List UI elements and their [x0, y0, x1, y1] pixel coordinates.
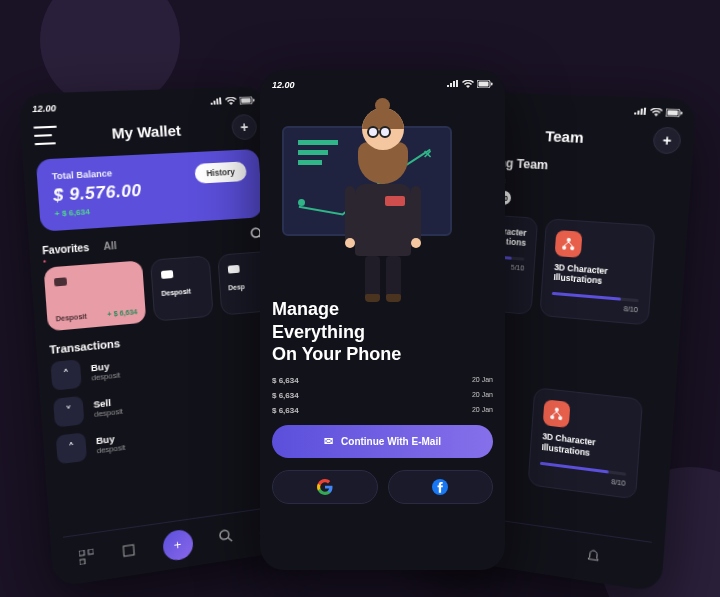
signal-icon — [634, 107, 647, 118]
page-title: My Wallet — [111, 121, 181, 141]
svg-rect-1 — [241, 98, 251, 103]
battery-icon — [239, 96, 255, 106]
tab-all[interactable]: All — [103, 240, 117, 252]
fav-card-label: Desposit — [56, 313, 87, 323]
nav-add-button[interactable]: + — [162, 528, 194, 562]
svg-rect-6 — [161, 270, 174, 279]
balance-amount: $ 9.576.00 — [53, 181, 143, 206]
hero-headline: Manage Everything On Your Phone — [272, 298, 493, 366]
fav-card-label: Desposit — [161, 287, 203, 297]
status-bar: 12.00 — [32, 96, 256, 114]
svg-rect-9 — [88, 549, 94, 555]
project-title: 3D CharacterIllustrations — [541, 431, 628, 462]
battery-icon — [477, 80, 493, 90]
nav-bell-icon[interactable] — [585, 549, 600, 568]
svg-point-24 — [555, 408, 559, 412]
hero-illustration: ✕ — [260, 98, 505, 288]
battery-icon — [665, 108, 683, 119]
page-title: Team — [545, 127, 584, 146]
arrow-up-icon: ˄ — [56, 432, 87, 464]
svg-rect-5 — [54, 277, 67, 286]
favorite-card[interactable]: Desposit + $ 6,634 — [44, 260, 147, 331]
history-button[interactable]: History — [194, 161, 247, 183]
arrow-down-icon: ˅ — [53, 396, 84, 428]
balance-label: Total Balance — [52, 167, 141, 182]
mail-icon: ✉ — [324, 435, 333, 448]
svg-rect-11 — [123, 545, 134, 557]
add-button[interactable]: + — [652, 127, 681, 155]
svg-rect-19 — [667, 110, 678, 116]
project-card[interactable]: 3D CharacterIllustrations 8/10 — [540, 218, 656, 326]
arrow-up-icon: ˄ — [50, 359, 81, 391]
svg-rect-10 — [79, 559, 85, 565]
mini-txn-row: $ 6,63420 Jan — [272, 376, 493, 385]
svg-rect-7 — [228, 265, 240, 274]
character-illustration — [338, 108, 428, 288]
status-bar: 12.00 — [272, 80, 493, 90]
svg-point-25 — [550, 415, 554, 419]
svg-rect-20 — [681, 112, 683, 115]
wifi-icon — [650, 108, 663, 119]
project-score: 8/10 — [551, 299, 638, 313]
project-card[interactable]: 3D CharacterIllustrations 8/10 — [528, 388, 643, 500]
glasses-icon — [367, 124, 399, 142]
google-icon — [317, 479, 333, 495]
clock: 12.00 — [272, 80, 295, 90]
svg-rect-8 — [78, 550, 84, 556]
deposit-icon — [160, 267, 175, 282]
menu-button[interactable] — [33, 126, 58, 146]
svg-point-22 — [562, 246, 566, 250]
svg-point-21 — [567, 238, 571, 242]
svg-rect-15 — [479, 82, 489, 87]
add-button[interactable]: + — [231, 114, 258, 140]
mini-txn-row: $ 6,63420 Jan — [272, 406, 493, 415]
tab-favorites[interactable]: Favorites — [42, 242, 89, 257]
favorite-card[interactable]: Desposit — [150, 255, 214, 321]
signal-icon — [447, 80, 459, 90]
balance-change: + $ 6,634 — [54, 204, 143, 219]
svg-point-26 — [558, 416, 562, 420]
svg-point-23 — [570, 246, 574, 250]
signal-icon — [210, 97, 222, 107]
project-title: 3D CharacterIllustrations — [553, 262, 641, 289]
wallet-screen: 12.00 My Wallet + Total Balance — [18, 86, 297, 587]
wifi-icon — [462, 80, 474, 90]
nav-search-icon[interactable] — [218, 528, 233, 547]
continue-email-button[interactable]: ✉ Continue With E-Mail — [272, 425, 493, 458]
bottom-nav: + — [63, 505, 285, 577]
network-icon — [543, 400, 571, 429]
deposit-icon — [53, 274, 69, 289]
network-icon — [555, 230, 583, 258]
nav-qr-icon[interactable] — [78, 549, 94, 568]
clock: 12.00 — [32, 103, 57, 114]
fav-card-change: + $ 6,634 — [107, 308, 137, 318]
nav-crop-icon[interactable] — [121, 543, 136, 562]
wifi-icon — [225, 97, 237, 107]
onboarding-screen: 12.00 ✕ — [260, 70, 505, 570]
svg-rect-2 — [253, 99, 255, 102]
deposit-icon — [227, 262, 241, 277]
svg-rect-16 — [491, 83, 493, 86]
google-login-button[interactable] — [272, 470, 378, 504]
balance-card: Total Balance $ 9.576.00 + $ 6,634 Histo… — [36, 149, 263, 232]
svg-line-13 — [228, 537, 232, 541]
facebook-icon — [432, 479, 448, 495]
facebook-login-button[interactable] — [388, 470, 494, 504]
mini-txn-row: $ 6,63420 Jan — [272, 391, 493, 400]
